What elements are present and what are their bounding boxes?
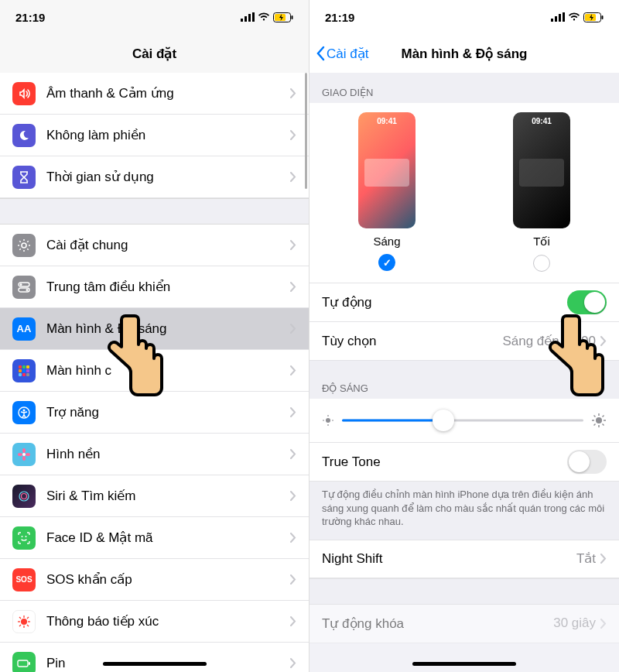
svg-point-9 <box>20 283 22 286</box>
svg-point-22 <box>23 409 26 411</box>
chevron-icon <box>290 449 296 459</box>
nav-bar: Cài đặt Màn hình & Độ sáng <box>310 34 619 73</box>
row-label: Tự động khóa <box>322 615 553 632</box>
row-label: Face ID & Mật mã <box>46 530 290 546</box>
svg-point-24 <box>22 448 26 453</box>
display-brightness-screen: 21:19 Cài đặt Màn hình & Độ sáng GIAO DI… <box>310 0 619 672</box>
svg-point-27 <box>26 453 30 456</box>
svg-point-31 <box>26 536 27 537</box>
svg-point-25 <box>22 456 26 461</box>
svg-line-62 <box>603 416 604 417</box>
row-exposure[interactable]: Thông báo tiếp xúc <box>0 601 309 643</box>
chevron-icon <box>290 407 296 417</box>
svg-point-29 <box>22 493 27 499</box>
radio-dark-unchecked[interactable] <box>533 255 550 272</box>
face-icon <box>12 526 36 550</box>
svg-rect-20 <box>26 373 29 376</box>
row-wallpaper[interactable]: Hình nền <box>0 434 309 475</box>
chevron-icon <box>600 619 607 629</box>
appearance-light-option[interactable]: 09:41 Sáng <box>358 112 416 272</box>
svg-rect-3 <box>252 12 255 22</box>
svg-rect-19 <box>22 373 26 376</box>
svg-rect-49 <box>602 15 604 19</box>
svg-rect-41 <box>18 660 28 667</box>
chevron-icon <box>290 574 296 585</box>
back-button[interactable]: Cài đặt <box>316 46 368 62</box>
brightness-slider[interactable] <box>342 410 583 431</box>
covid-icon <box>12 610 36 633</box>
svg-point-28 <box>19 492 29 501</box>
row-label: Siri & Tìm kiếm <box>46 488 290 504</box>
row-label: Thông báo tiếp xúc <box>46 613 290 629</box>
radio-light-checked[interactable] <box>378 254 395 271</box>
section-gap <box>0 198 309 225</box>
row-label: Hình nền <box>46 446 290 462</box>
svg-point-11 <box>26 289 29 291</box>
row-dnd[interactable]: Không làm phiền <box>0 115 309 156</box>
appearance-picker: 09:41 Sáng 09:41 Tối <box>310 103 619 283</box>
page-title: Cài đặt <box>132 46 176 62</box>
chevron-icon <box>290 658 296 668</box>
svg-line-61 <box>603 424 604 426</box>
scrollbar[interactable] <box>305 73 307 189</box>
chevron-icon <box>290 491 296 501</box>
sounds-icon <box>12 82 36 105</box>
svg-line-39 <box>27 617 29 619</box>
cellular-icon <box>551 12 565 22</box>
row-screentime[interactable]: Thời gian sử dụng <box>0 156 309 198</box>
svg-point-50 <box>326 418 330 423</box>
gear-icon <box>12 234 36 257</box>
row-value: Tắt <box>576 550 596 567</box>
display-icon: AA <box>12 317 36 341</box>
toggle-truetone[interactable] <box>567 450 607 474</box>
svg-rect-12 <box>19 365 22 369</box>
row-general[interactable]: Cài đặt chung <box>0 225 309 266</box>
svg-point-26 <box>18 453 22 456</box>
row-label: Không làm phiền <box>46 127 290 143</box>
status-time: 21:19 <box>15 11 45 24</box>
svg-rect-14 <box>26 365 29 369</box>
hourglass-icon <box>12 166 36 189</box>
row-siri[interactable]: Siri & Tìm kiếm <box>0 475 309 517</box>
svg-line-60 <box>594 416 596 417</box>
status-bar: 21:19 <box>310 0 619 34</box>
switches-icon <box>12 276 36 299</box>
svg-point-32 <box>21 619 27 625</box>
status-time: 21:19 <box>325 11 354 24</box>
appearance-dark-option[interactable]: 09:41 Tối <box>513 112 570 272</box>
svg-rect-16 <box>22 369 26 372</box>
home-indicator[interactable] <box>103 662 207 666</box>
svg-rect-13 <box>22 365 26 369</box>
row-label: Tùy chọn <box>322 333 502 349</box>
chevron-icon <box>290 172 296 182</box>
row-sounds[interactable]: Âm thanh & Cảm ứng <box>0 73 309 115</box>
svg-point-30 <box>22 536 23 537</box>
svg-line-38 <box>27 625 29 626</box>
row-night-shift[interactable]: Night Shift Tắt <box>310 540 619 578</box>
status-indicators <box>551 12 604 22</box>
svg-rect-15 <box>19 369 22 372</box>
home-indicator[interactable] <box>412 662 516 666</box>
chevron-left-icon <box>316 46 325 61</box>
svg-rect-1 <box>245 16 247 22</box>
row-control-center[interactable]: Trung tâm điều khiển <box>0 266 309 308</box>
wifi-icon <box>258 12 270 22</box>
row-label: Âm thanh & Cảm ứng <box>46 85 290 101</box>
chevron-icon <box>290 282 296 292</box>
row-sos[interactable]: SOS SOS khẩn cấp <box>0 559 309 601</box>
row-faceid[interactable]: Face ID & Mật mã <box>0 517 309 559</box>
hand-pointer-overlay <box>534 310 611 403</box>
row-battery[interactable]: Pin <box>0 643 309 672</box>
flower-icon <box>12 443 36 466</box>
battery-icon <box>12 652 36 673</box>
row-value: 30 giây <box>553 615 596 631</box>
chevron-icon <box>290 365 296 375</box>
row-auto-lock[interactable]: Tự động khóa 30 giây <box>310 605 619 643</box>
status-bar: 21:19 <box>0 0 309 34</box>
section-gap <box>310 578 619 605</box>
back-label: Cài đặt <box>327 46 368 62</box>
dark-label: Tối <box>513 235 570 249</box>
svg-rect-42 <box>29 662 30 665</box>
grid-icon <box>12 359 36 382</box>
siri-icon <box>12 485 36 508</box>
